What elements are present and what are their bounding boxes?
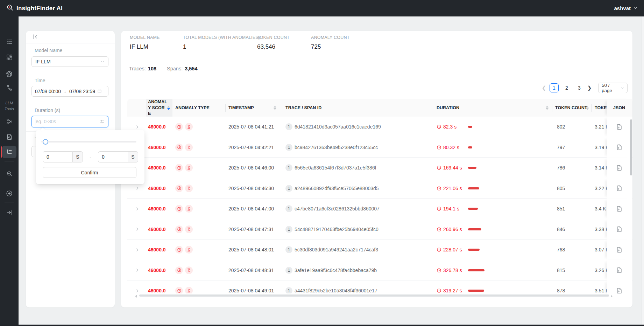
column-duration[interactable]: DURATION <box>437 99 459 117</box>
sidebar-item-share-nodes[interactable] <box>0 115 19 128</box>
json-view-button[interactable] <box>607 260 632 280</box>
page-button-3[interactable]: 3 <box>575 83 584 92</box>
clock-anomaly-icon[interactable] <box>175 205 183 213</box>
trace-id-value[interactable]: 6d41821410d3ac057aa016c1caede169 <box>295 117 381 137</box>
scroll-left-icon[interactable] <box>135 295 137 298</box>
sidebar-divider <box>5 184 14 184</box>
clock-anomaly-icon[interactable] <box>175 246 183 254</box>
scroll-right-icon[interactable] <box>611 295 613 298</box>
sidebar-item-dashboard[interactable] <box>0 51 19 64</box>
json-view-button[interactable] <box>607 137 632 158</box>
trace-id-value[interactable]: 6565e0a636154f67f3d7037a1e5f386f <box>295 158 376 178</box>
collapse-panel-icon[interactable] <box>32 34 38 40</box>
clock-anomaly-icon[interactable] <box>175 144 183 151</box>
clock-anomaly-icon[interactable] <box>175 123 183 131</box>
duration-max-input[interactable] <box>98 151 128 162</box>
hourglass-anomaly-icon[interactable] <box>185 266 193 274</box>
sidebar-item-add[interactable] <box>0 187 19 200</box>
column-token-count[interactable]: TOKEN COUNT <box>555 99 587 117</box>
chevron-down-icon <box>100 60 105 64</box>
sliders-icon[interactable] <box>100 119 105 124</box>
trace-id-value[interactable]: a2489660892df93f6ce57065e88003d5 <box>295 178 379 199</box>
sort-timestamp[interactable] <box>274 106 276 110</box>
trace-id-value[interactable]: 3afe1e19aa9f3c6c478fa4bbebaca79b <box>295 260 377 280</box>
column-anomaly-type: ANOMALY TYPE <box>175 99 210 117</box>
duration-cell: 80.32 s <box>437 137 459 158</box>
time-start-value: 07/08 00:00 <box>35 89 61 94</box>
hourglass-anomaly-icon[interactable] <box>185 226 193 233</box>
clock-anomaly-icon[interactable] <box>175 266 183 274</box>
expand-row-button[interactable] <box>133 219 141 240</box>
sidebar-item-llm-traces-active[interactable] <box>2 146 16 158</box>
sidebar-item-list[interactable] <box>0 35 19 48</box>
prev-page-icon[interactable]: ❮ <box>540 85 548 91</box>
expand-row-button[interactable] <box>133 199 141 219</box>
json-view-button[interactable] <box>607 158 632 178</box>
clock-anomaly-icon[interactable] <box>175 226 183 233</box>
hourglass-anomaly-icon[interactable] <box>185 164 193 172</box>
trace-id-value[interactable]: c47be8071a6cf3c02861325bbd860007 <box>295 199 380 219</box>
confirm-button[interactable]: Confirm <box>43 167 136 178</box>
trace-id-value[interactable]: 54c488719170463fbe25b69404e05fc0 <box>295 219 378 240</box>
anomaly-score-value: 46000.0 <box>148 260 166 280</box>
json-view-button[interactable] <box>607 219 632 240</box>
duration-slider-handle[interactable] <box>43 139 48 145</box>
hourglass-anomaly-icon[interactable] <box>185 144 193 151</box>
json-file-icon <box>616 165 623 171</box>
hourglass-anomaly-icon[interactable] <box>185 123 193 131</box>
sidebar-item-search[interactable] <box>0 167 19 180</box>
page-size-select[interactable]: 50 / page <box>598 83 628 93</box>
sidebar-item-radar[interactable] <box>0 67 19 80</box>
horizontal-scrollbar[interactable] <box>139 294 609 297</box>
expand-row-button[interactable] <box>133 280 141 293</box>
column-timestamp[interactable]: TIMESTAMP <box>228 99 254 117</box>
duration-slider-track[interactable] <box>41 141 136 143</box>
sort-duration[interactable] <box>546 106 549 110</box>
next-page-icon[interactable]: ❯ <box>586 85 593 91</box>
sort-token-count[interactable] <box>586 106 589 110</box>
llm-tools-label: LLM <box>0 100 19 106</box>
model-name-select[interactable]: IF LLM <box>31 56 108 67</box>
anomaly-score-value: 46000.0 <box>148 178 166 199</box>
vertical-scrollbar[interactable] <box>630 119 632 175</box>
trace-id-value[interactable]: 5c30df803d091a949241aa2c7174caf3 <box>295 240 378 260</box>
expand-row-button[interactable] <box>133 260 141 280</box>
json-file-icon <box>616 247 623 253</box>
page-button-2[interactable]: 2 <box>562 83 571 92</box>
duration-min-input[interactable] <box>43 151 72 162</box>
json-view-button[interactable] <box>607 199 632 219</box>
duration-input[interactable]: eg. 0-30s <box>31 116 108 127</box>
clock-anomaly-icon[interactable] <box>175 287 183 293</box>
stat-model-name: MODEL NAME IF LLM <box>130 35 160 50</box>
expand-row-button[interactable] <box>133 240 141 260</box>
page-button-1[interactable]: 1 <box>550 83 559 92</box>
json-view-button[interactable] <box>607 280 632 293</box>
sidebar-item-expand[interactable] <box>0 206 19 219</box>
token-k-value: 3.4 K <box>595 199 606 219</box>
divider <box>127 60 627 60</box>
seconds-unit: S <box>128 151 138 162</box>
user-menu[interactable]: ashvat <box>614 5 638 11</box>
sidebar-item-file-search[interactable] <box>0 131 19 143</box>
page-scrollbar-track[interactable] <box>641 16 644 326</box>
hourglass-anomaly-icon[interactable] <box>185 205 193 213</box>
table-row: 46000.0 2025-07-08 04:49:01 1 a4431f829c… <box>127 280 632 293</box>
trace-id-value[interactable]: bc9842761363be49f5238e0f123c55cc <box>295 137 378 158</box>
hourglass-anomaly-icon[interactable] <box>185 246 193 254</box>
trace-id-value[interactable]: a4431f829c52be10a3048f4f36001e17 <box>295 280 377 293</box>
json-file-icon <box>616 267 623 273</box>
hourglass-anomaly-icon[interactable] <box>185 287 193 293</box>
sort-anomaly-score[interactable] <box>167 106 170 110</box>
span-count-badge: 1 <box>285 267 292 274</box>
json-view-button[interactable] <box>607 240 632 260</box>
sidebar-item-trace-flow[interactable] <box>0 82 19 94</box>
json-view-button[interactable] <box>607 117 632 137</box>
hourglass-anomaly-icon[interactable] <box>185 185 193 192</box>
token-count-value: 802 <box>557 117 565 137</box>
clock-anomaly-icon[interactable] <box>175 164 183 172</box>
clock-anomaly-icon[interactable] <box>175 185 183 192</box>
column-label: JSON <box>613 105 625 110</box>
time-range-picker[interactable]: 07/08 00:00 → 07/08 23:59 <box>31 86 108 97</box>
json-view-button[interactable] <box>607 178 632 199</box>
duration-bar <box>468 269 484 271</box>
